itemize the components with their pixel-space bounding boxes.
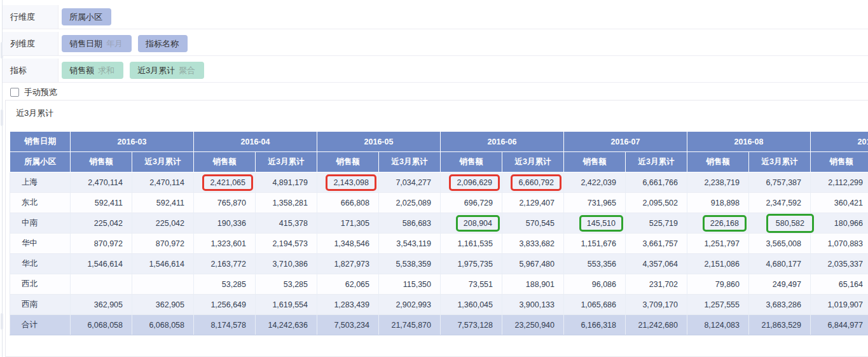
value-cell: 731,965: [564, 193, 626, 213]
value-cell: 362,905: [71, 295, 132, 315]
field-tag-text: 所属小区: [69, 11, 102, 23]
total-value-cell: 8,174,578: [194, 315, 256, 335]
annotation-box-red: 6,660,792: [511, 174, 561, 191]
value-cell: 592,411: [132, 193, 194, 213]
row-header: 东北: [10, 193, 71, 213]
value-cell: 1,975,735: [441, 254, 502, 274]
value-cell: 2,470,114: [71, 172, 132, 193]
value-cell: 2,025,089: [379, 193, 441, 213]
field-tag[interactable]: 近3月累计聚合: [130, 62, 204, 79]
metric-header: 销售额: [687, 152, 749, 172]
pivot-body: 上海2,470,1142,470,1142,421,0654,891,1792,…: [10, 172, 868, 335]
field-tag-suffix: 年月: [106, 38, 123, 50]
row-header: 华中: [10, 234, 71, 254]
month-header: 2016-09: [811, 132, 868, 152]
value-cell: 2,112,299: [811, 172, 868, 193]
metric-header: 销售额: [71, 152, 132, 172]
value-cell: 553,356: [564, 254, 626, 274]
value-cell: 53,285: [256, 274, 317, 295]
value-cell: 190,336: [194, 213, 256, 234]
value-cell: 1,546,614: [71, 254, 132, 274]
metric-header: 销售额: [194, 152, 256, 172]
value-cell: 2,194,573: [256, 234, 317, 254]
value-cell: 3,565,008: [749, 234, 811, 254]
value-cell: 225,042: [71, 213, 132, 234]
value-cell: 171,305: [317, 213, 379, 234]
table-row: 东北592,411592,411765,8701,358,281666,8082…: [10, 193, 868, 213]
value-cell: 3,900,133: [502, 295, 564, 315]
manual-preview-checkbox[interactable]: [10, 88, 19, 97]
pivot-table: 销售日期2016-032016-042016-052016-062016-072…: [10, 131, 868, 335]
total-value-cell: 6,844,977: [811, 315, 868, 335]
total-row: 合计6,068,0586,068,0588,174,57814,242,6367…: [10, 315, 868, 335]
config-row: 行维度所属小区: [3, 5, 868, 29]
value-cell: 3,683,286: [749, 295, 811, 315]
total-value-cell: 21,745,870: [379, 315, 441, 335]
row-header: 上海: [10, 172, 71, 193]
month-header: 2016-03: [71, 132, 194, 152]
value-cell: 415,378: [256, 213, 317, 234]
config-tags: 所属小区: [59, 5, 118, 29]
value-cell: 1,360,045: [441, 295, 502, 315]
value-cell: 4,891,179: [256, 172, 317, 193]
field-tag[interactable]: 销售日期年月: [62, 35, 132, 52]
config-row: 列维度销售日期年月指标名称: [3, 32, 868, 56]
value-cell: 1,358,281: [256, 193, 317, 213]
value-cell: 1,257,555: [687, 295, 749, 315]
value-cell: 1,019,907: [811, 295, 868, 315]
annotation-box-red: 2,421,065: [202, 174, 253, 191]
value-cell: 362,905: [132, 295, 194, 315]
table-row: 华北1,546,6141,546,6142,163,7723,710,3861,…: [10, 254, 868, 274]
table-row: 西北53,28553,28562,065115,35073,551188,901…: [10, 274, 868, 295]
config-row-label: 指标: [3, 59, 59, 82]
annotation-box-red: 2,143,098: [326, 174, 376, 191]
field-tag-text: 销售额: [69, 65, 94, 76]
value-cell: 6,660,792: [502, 172, 564, 193]
value-cell: 586,683: [379, 213, 441, 234]
field-tag-text: 指标名称: [146, 38, 179, 50]
field-tag[interactable]: 指标名称: [138, 35, 188, 52]
value-cell: 6,661,766: [626, 172, 687, 193]
value-cell: 62,065: [317, 274, 379, 295]
metric-header: 销售额: [317, 152, 379, 172]
value-cell: 592,411: [71, 193, 132, 213]
value-cell: 6,757,387: [749, 172, 811, 193]
annotation-box-green: 145,510: [579, 215, 623, 232]
config-row: 指标销售额求和近3月累计聚合: [3, 59, 868, 83]
value-cell: 1,151,676: [564, 234, 626, 254]
value-cell: 7,034,277: [379, 172, 441, 193]
total-value-cell: 7,503,234: [317, 315, 379, 335]
pivot-table-wrap: 销售日期2016-032016-042016-052016-062016-072…: [10, 131, 868, 335]
value-cell: 2,151,086: [687, 254, 749, 274]
value-cell: 3,661,757: [626, 234, 687, 254]
value-cell: 2,238,719: [687, 172, 749, 193]
metric-header-row: 所属小区销售额近3月累计销售额近3月累计销售额近3月累计销售额近3月累计销售额近…: [10, 152, 868, 172]
value-cell: 2,143,098: [317, 172, 379, 193]
value-cell: 2,035,337: [811, 254, 868, 274]
value-cell: 2,902,993: [379, 295, 441, 315]
value-cell: 1,348,546: [317, 234, 379, 254]
value-cell: 3,543,119: [379, 234, 441, 254]
value-cell: 4,680,177: [749, 254, 811, 274]
preview-title: 近3月累计: [16, 108, 868, 119]
corner-cell-sales-date: 销售日期: [10, 132, 71, 152]
config-row-label: 行维度: [3, 5, 59, 29]
total-value-cell: 6,166,318: [564, 315, 626, 335]
metric-header: 近3月累计: [502, 152, 564, 172]
config-tags: 销售额求和近3月累计聚合: [59, 59, 210, 82]
value-cell: 65,164: [811, 274, 868, 295]
field-tag[interactable]: 所属小区: [62, 8, 111, 25]
field-tag[interactable]: 销售额求和: [62, 62, 123, 79]
pivot-head: 销售日期2016-032016-042016-052016-062016-072…: [10, 132, 868, 172]
value-cell: 249,497: [749, 274, 811, 295]
value-cell: 1,251,797: [687, 234, 749, 254]
value-cell: 96,086: [564, 274, 626, 295]
month-header: 2016-08: [687, 132, 811, 152]
field-tag-suffix: 聚合: [179, 65, 195, 76]
value-cell: 208,904: [441, 213, 502, 234]
value-cell: 696,729: [441, 193, 502, 213]
table-row: 华中870,972870,9721,323,6012,194,5731,348,…: [10, 234, 868, 254]
total-value-cell: 8,124,083: [687, 315, 749, 335]
total-value-cell: 21,863,529: [749, 315, 811, 335]
value-cell: 1,323,601: [194, 234, 256, 254]
